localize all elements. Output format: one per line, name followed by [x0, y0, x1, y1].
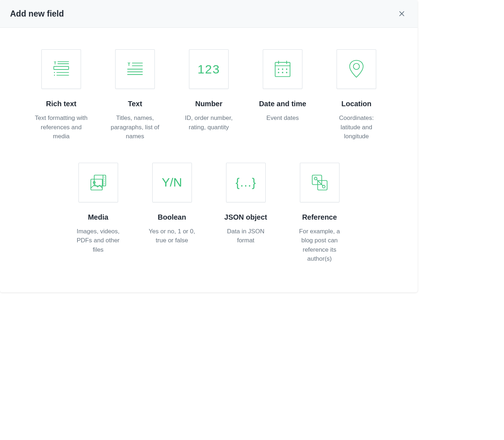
svg-point-29 — [104, 177, 104, 178]
json-icon: {…} — [226, 163, 266, 202]
field-title: Boolean — [158, 212, 186, 222]
media-icon — [78, 163, 118, 202]
svg-point-26 — [354, 63, 360, 69]
close-icon — [398, 10, 405, 17]
location-icon — [337, 49, 376, 89]
svg-point-22 — [286, 68, 287, 70]
field-desc: For example, a blog post can reference i… — [293, 227, 347, 264]
svg-text:T: T — [54, 61, 56, 65]
field-card-text[interactable]: T Text Titles, names, paragraphs, list o… — [108, 49, 162, 141]
field-title: Date and time — [259, 99, 306, 108]
field-title: Rich text — [46, 99, 76, 108]
field-card-media[interactable]: Media Images, videos, PDFs and other fil… — [71, 163, 125, 264]
field-card-rich-text[interactable]: T Rich text Text formatting with referen… — [34, 49, 88, 141]
number-icon: 123 — [189, 49, 229, 89]
dialog-title: Add new field — [10, 9, 64, 19]
boolean-icon: Y/N — [152, 163, 192, 202]
rich-text-icon: T — [41, 49, 81, 89]
field-desc: Yes or no, 1 or 0, true or false — [145, 227, 199, 245]
svg-point-25 — [286, 72, 287, 73]
field-title: Reference — [302, 212, 337, 222]
field-title: Media — [88, 212, 108, 222]
date-time-icon — [263, 49, 302, 89]
svg-rect-33 — [91, 179, 102, 190]
field-title: Number — [195, 99, 222, 108]
boolean-glyph: Y/N — [162, 175, 182, 189]
field-row-1: T Rich text Text formatting with referen… — [22, 49, 396, 141]
svg-point-32 — [104, 183, 104, 183]
svg-point-8 — [54, 75, 55, 76]
close-button[interactable] — [396, 8, 408, 19]
svg-point-21 — [282, 68, 283, 70]
dialog-header: Add new field — [0, 0, 418, 28]
field-desc: Titles, names, paragraphs, list of names — [108, 113, 162, 141]
field-row-2: Media Images, videos, PDFs and other fil… — [22, 163, 396, 264]
field-card-json[interactable]: {…} JSON object Data in JSON format — [219, 163, 273, 264]
svg-rect-27 — [94, 175, 105, 186]
reference-icon — [300, 163, 339, 202]
field-card-date-time[interactable]: Date and time Event dates — [256, 49, 310, 141]
add-field-dialog: Add new field T — [0, 0, 418, 292]
text-icon: T — [115, 49, 155, 89]
svg-rect-5 — [54, 67, 68, 69]
field-card-reference[interactable]: Reference For example, a blog post can r… — [293, 163, 347, 264]
svg-point-24 — [282, 72, 283, 73]
field-desc: Images, videos, PDFs and other files — [71, 227, 125, 255]
json-glyph: {…} — [235, 175, 256, 189]
field-title: Location — [341, 99, 371, 108]
field-card-location[interactable]: Location Coordinates: latitude and longi… — [329, 49, 383, 141]
field-card-number[interactable]: 123 Number ID, order number, rating, qua… — [182, 49, 236, 141]
field-desc: Coordinates: latitude and longitude — [329, 113, 383, 141]
number-glyph: 123 — [198, 62, 220, 76]
field-desc: Text formatting with references and medi… — [34, 113, 88, 141]
svg-point-30 — [104, 179, 104, 179]
svg-point-23 — [278, 72, 279, 73]
field-card-boolean[interactable]: Y/N Boolean Yes or no, 1 or 0, true or f… — [145, 163, 199, 264]
svg-text:T: T — [127, 62, 130, 67]
field-desc: Event dates — [266, 113, 299, 123]
svg-point-31 — [104, 181, 104, 181]
field-title: JSON object — [224, 212, 267, 222]
field-desc: Data in JSON format — [219, 227, 273, 245]
svg-point-20 — [278, 68, 279, 70]
dialog-body: T Rich text Text formatting with referen… — [0, 28, 418, 292]
svg-point-6 — [54, 72, 55, 73]
field-title: Text — [128, 99, 142, 108]
field-desc: ID, order number, rating, quantity — [182, 113, 236, 132]
